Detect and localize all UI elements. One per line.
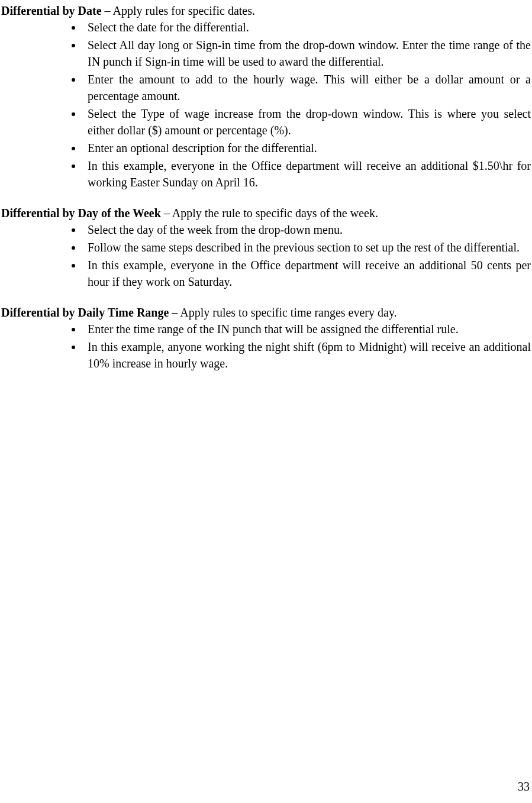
bullet-list: Select the date for the differential. Se…: [1, 19, 531, 191]
list-item: Select the Type of wage increase from th…: [83, 105, 531, 138]
section-header: Differential by Date – Apply rules for s…: [1, 2, 531, 19]
list-item: Select the date for the differential.: [83, 19, 531, 36]
section-title: Differential by Date: [1, 4, 102, 17]
section-title: Differential by Daily Time Range: [1, 306, 169, 319]
bullet-list: Enter the time range of the IN punch tha…: [1, 321, 531, 372]
list-item: Enter an optional description for the di…: [83, 140, 531, 156]
list-item: Follow the same steps described in the p…: [83, 239, 531, 256]
section-description: – Apply rules for specific dates.: [102, 4, 255, 17]
section-description: – Apply rules to specific time ranges ev…: [169, 306, 396, 319]
list-item: Enter the time range of the IN punch tha…: [83, 321, 531, 337]
section-differential-by-daily-time-range: Differential by Daily Time Range – Apply…: [1, 304, 531, 372]
list-item: Enter the amount to add to the hourly wa…: [83, 71, 531, 104]
list-item: Select the day of the week from the drop…: [83, 221, 531, 238]
section-title: Differential by Day of the Week: [1, 207, 161, 220]
bullet-list: Select the day of the week from the drop…: [1, 221, 531, 290]
section-differential-by-date: Differential by Date – Apply rules for s…: [1, 2, 531, 191]
section-description: – Apply the rule to specific days of the…: [161, 207, 378, 220]
list-item: In this example, everyone in the Office …: [83, 257, 531, 290]
section-header: Differential by Day of the Week – Apply …: [1, 205, 531, 221]
section-header: Differential by Daily Time Range – Apply…: [1, 304, 531, 321]
list-item: In this example, anyone working the nigh…: [83, 338, 531, 372]
section-differential-by-day-of-week: Differential by Day of the Week – Apply …: [1, 205, 531, 290]
list-item: Select All day long or Sign-in time from…: [83, 37, 531, 70]
list-item: In this example, everyone in the Office …: [83, 157, 531, 191]
